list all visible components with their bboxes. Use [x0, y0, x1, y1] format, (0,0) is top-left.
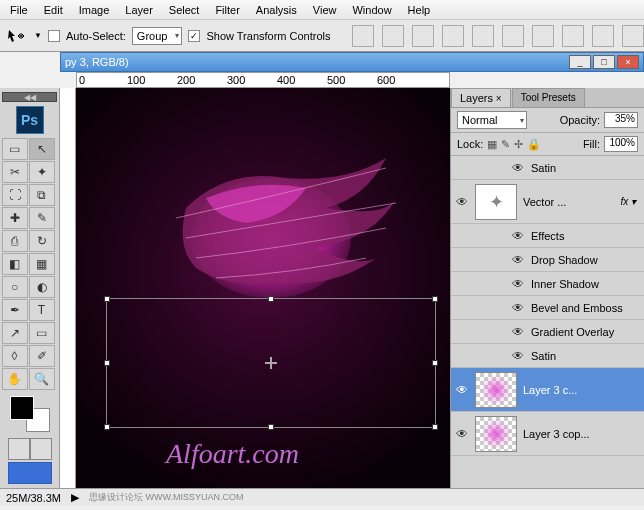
transform-handle-w[interactable]: [104, 360, 110, 366]
menu-window[interactable]: Window: [344, 2, 399, 18]
transform-handle-sw[interactable]: [104, 424, 110, 430]
align-btn-1[interactable]: [352, 25, 374, 47]
layer-name[interactable]: Layer 3 c...: [523, 384, 577, 396]
align-btn-6[interactable]: [502, 25, 524, 47]
menu-file[interactable]: File: [2, 2, 36, 18]
heal-tool[interactable]: ✚: [2, 207, 28, 229]
menu-image[interactable]: Image: [71, 2, 118, 18]
effect-gradient-overlay[interactable]: 👁Gradient Overlay: [451, 320, 644, 344]
transform-box[interactable]: [106, 298, 436, 428]
effect-inner-shadow[interactable]: 👁Inner Shadow: [451, 272, 644, 296]
show-transform-checkbox[interactable]: ✓: [188, 30, 200, 42]
visibility-icon[interactable]: 👁: [511, 229, 525, 243]
visibility-icon[interactable]: 👁: [511, 253, 525, 267]
auto-select-dropdown[interactable]: Group: [132, 27, 183, 45]
visibility-icon[interactable]: 👁: [455, 427, 469, 441]
layer-thumbnail[interactable]: ✦: [475, 184, 517, 220]
align-btn-4[interactable]: [442, 25, 464, 47]
transform-handle-ne[interactable]: [432, 296, 438, 302]
chevron-down-icon[interactable]: ▼: [34, 31, 42, 40]
tools-grab-handle[interactable]: ◀◀: [2, 92, 57, 102]
transform-handle-se[interactable]: [432, 424, 438, 430]
canvas[interactable]: Alfoart.com: [76, 88, 450, 488]
foreground-color[interactable]: [10, 396, 34, 420]
lock-all-icon[interactable]: 🔒: [527, 138, 541, 151]
maximize-button[interactable]: □: [593, 55, 615, 69]
visibility-icon[interactable]: 👁: [455, 195, 469, 209]
visibility-icon[interactable]: 👁: [511, 325, 525, 339]
gradient-tool[interactable]: ▦: [29, 253, 55, 275]
transform-handle-s[interactable]: [268, 424, 274, 430]
slice-tool[interactable]: ⧉: [29, 184, 55, 206]
dodge-tool[interactable]: ◐: [29, 276, 55, 298]
blend-mode-dropdown[interactable]: Normal: [457, 111, 527, 129]
menu-select[interactable]: Select: [161, 2, 208, 18]
marquee-tool[interactable]: ▭: [2, 138, 28, 160]
layer-vector[interactable]: 👁 ✦ Vector ... fx ▾: [451, 180, 644, 224]
align-btn-5[interactable]: [472, 25, 494, 47]
menu-edit[interactable]: Edit: [36, 2, 71, 18]
shape-tool[interactable]: ▭: [29, 322, 55, 344]
effect-bevel-emboss[interactable]: 👁Bevel and Emboss: [451, 296, 644, 320]
screen-mode-button[interactable]: [8, 462, 52, 484]
layer-name[interactable]: Vector ...: [523, 196, 566, 208]
minimize-button[interactable]: _: [569, 55, 591, 69]
transform-handle-n[interactable]: [268, 296, 274, 302]
align-btn-10[interactable]: [622, 25, 644, 47]
hand-tool[interactable]: ✋: [2, 368, 28, 390]
menu-filter[interactable]: Filter: [207, 2, 247, 18]
lock-position-icon[interactable]: ✢: [514, 138, 523, 151]
effect-drop-shadow[interactable]: 👁Drop Shadow: [451, 248, 644, 272]
align-btn-9[interactable]: [592, 25, 614, 47]
lasso-tool[interactable]: ✂: [2, 161, 28, 183]
tab-tool-presets[interactable]: Tool Presets: [512, 88, 585, 107]
visibility-icon[interactable]: 👁: [455, 383, 469, 397]
menu-help[interactable]: Help: [400, 2, 439, 18]
layer-name[interactable]: Layer 3 cop...: [523, 428, 590, 440]
crop-tool[interactable]: ⛶: [2, 184, 28, 206]
align-btn-7[interactable]: [532, 25, 554, 47]
close-button[interactable]: ×: [617, 55, 639, 69]
tab-layers[interactable]: Layers ×: [451, 88, 511, 107]
color-swatches[interactable]: [10, 396, 50, 432]
layer-thumbnail[interactable]: [475, 416, 517, 452]
menu-layer[interactable]: Layer: [117, 2, 161, 18]
stamp-tool[interactable]: ⎙: [2, 230, 28, 252]
zoom-tool[interactable]: 🔍: [29, 368, 55, 390]
move-tool[interactable]: ↖: [29, 138, 55, 160]
history-brush-tool[interactable]: ↻: [29, 230, 55, 252]
fill-input[interactable]: 100%: [604, 136, 638, 152]
effect-satin[interactable]: 👁Satin: [451, 344, 644, 368]
lock-pixels-icon[interactable]: ✎: [501, 138, 510, 151]
visibility-icon[interactable]: 👁: [511, 161, 525, 175]
blur-tool[interactable]: ○: [2, 276, 28, 298]
transform-handle-e[interactable]: [432, 360, 438, 366]
transform-center[interactable]: [265, 357, 277, 369]
layer-3-copy[interactable]: 👁 Layer 3 cop...: [451, 412, 644, 456]
notes-tool[interactable]: ◊: [2, 345, 28, 367]
menu-analysis[interactable]: Analysis: [248, 2, 305, 18]
fx-badge[interactable]: fx ▾: [620, 196, 640, 207]
transform-handle-nw[interactable]: [104, 296, 110, 302]
layer-thumbnail[interactable]: [475, 372, 517, 408]
wand-tool[interactable]: ✦: [29, 161, 55, 183]
visibility-icon[interactable]: 👁: [511, 349, 525, 363]
pen-tool[interactable]: ✒: [2, 299, 28, 321]
type-tool[interactable]: T: [29, 299, 55, 321]
eyedropper-tool[interactable]: ✐: [29, 345, 55, 367]
align-btn-3[interactable]: [412, 25, 434, 47]
brush-tool[interactable]: ✎: [29, 207, 55, 229]
opacity-input[interactable]: 35%: [604, 112, 638, 128]
auto-select-checkbox[interactable]: [48, 30, 60, 42]
eraser-tool[interactable]: ◧: [2, 253, 28, 275]
path-tool[interactable]: ↗: [2, 322, 28, 344]
quick-mask-toggle[interactable]: [8, 438, 52, 460]
align-btn-8[interactable]: [562, 25, 584, 47]
layer-3-c-selected[interactable]: 👁 Layer 3 c...: [451, 368, 644, 412]
menu-view[interactable]: View: [305, 2, 345, 18]
visibility-icon[interactable]: 👁: [511, 277, 525, 291]
lock-transparent-icon[interactable]: ▦: [487, 138, 497, 151]
effects-header[interactable]: 👁Effects: [451, 224, 644, 248]
effect-satin-top[interactable]: 👁Satin: [451, 156, 644, 180]
align-btn-2[interactable]: [382, 25, 404, 47]
